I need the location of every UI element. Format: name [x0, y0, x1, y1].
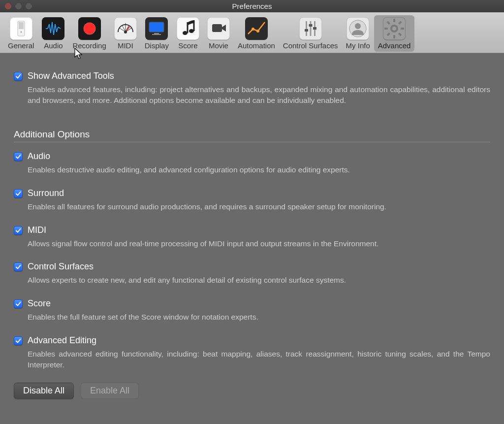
surround-checkbox[interactable]	[14, 189, 23, 198]
tab-label: Audio	[44, 41, 63, 50]
tab-label: Automation	[238, 41, 275, 50]
svg-rect-47	[387, 33, 391, 36]
svg-rect-24	[152, 34, 161, 35]
midi-icon	[114, 17, 137, 40]
option-surround: SurroundEnables all features for surroun…	[14, 188, 490, 212]
svg-point-30	[252, 28, 254, 31]
movie-icon	[207, 17, 230, 40]
audio-checkbox[interactable]	[14, 152, 23, 161]
option-title: Surround	[28, 188, 64, 198]
option-title: MIDI	[28, 225, 46, 235]
close-window-button[interactable]	[5, 3, 11, 9]
svg-rect-49	[398, 33, 402, 36]
control-surfaces-icon	[299, 17, 322, 40]
tab-general[interactable]: General	[4, 15, 38, 52]
svg-line-7	[52, 22, 54, 35]
tab-label: Advanced	[378, 41, 411, 50]
tab-movie[interactable]: Movie	[203, 15, 234, 52]
option-title: Audio	[28, 151, 50, 162]
option-description: Enables destructive audio editing, and a…	[28, 164, 490, 175]
tab-my-info[interactable]: My Info	[342, 15, 374, 52]
svg-point-2	[20, 32, 22, 33]
svg-rect-1	[19, 22, 24, 29]
tab-label: Display	[145, 41, 169, 50]
option-description: Enables advanced editing functionality, …	[28, 349, 490, 370]
svg-rect-21	[149, 22, 164, 32]
svg-rect-48	[387, 21, 391, 25]
option-title: Control Surfaces	[28, 261, 94, 272]
svg-point-41	[392, 27, 396, 31]
tab-score[interactable]: Score	[173, 15, 203, 52]
tab-label: Control Surfaces	[283, 41, 338, 50]
svg-line-8	[54, 24, 55, 35]
option-audio: AudioEnables destructive audio editing, …	[14, 151, 490, 175]
enable-all-button[interactable]: Enable All	[81, 383, 139, 399]
svg-rect-35	[305, 29, 308, 32]
recording-icon	[78, 17, 101, 40]
show-advanced-tools-option: Show Advanced Tools Enables advanced fea…	[14, 71, 490, 105]
tab-label: Score	[178, 41, 197, 50]
svg-rect-42	[393, 19, 395, 22]
tab-advanced[interactable]: Advanced	[374, 15, 415, 52]
svg-rect-37	[313, 27, 316, 30]
svg-rect-36	[309, 24, 312, 27]
svg-rect-29	[212, 24, 222, 32]
tab-label: Movie	[209, 41, 228, 50]
preferences-toolbar: General Audio Recording MIDI Display Sco…	[0, 12, 504, 53]
action-buttons: Disable All Enable All	[14, 383, 490, 399]
traffic-lights	[5, 3, 32, 9]
tab-control-surfaces[interactable]: Control Surfaces	[279, 15, 342, 52]
tab-recording[interactable]: Recording	[68, 15, 110, 52]
option-description: Allows experts to create new, and edit a…	[28, 275, 490, 286]
score-checkbox[interactable]	[14, 299, 23, 308]
svg-rect-43	[393, 35, 395, 38]
tab-label: MIDI	[118, 41, 133, 50]
score-icon	[177, 17, 199, 40]
content-area: Show Advanced Tools Enables advanced fea…	[0, 53, 504, 409]
option-title: Score	[28, 298, 51, 309]
svg-rect-23	[154, 33, 159, 34]
tab-display[interactable]: Display	[141, 15, 173, 52]
svg-line-6	[51, 22, 52, 33]
tab-label: My Info	[346, 41, 370, 50]
titlebar: Preferences	[0, 0, 504, 12]
option-description: Allows signal flow control and real-time…	[28, 238, 490, 249]
midi-checkbox[interactable]	[14, 226, 23, 235]
audio-icon	[42, 17, 64, 40]
svg-rect-33	[310, 21, 311, 36]
general-icon	[10, 17, 32, 40]
my-info-icon	[346, 17, 369, 40]
svg-point-39	[355, 23, 361, 29]
option-advanced-editing: Advanced EditingEnables advanced editing…	[14, 335, 490, 370]
tab-audio[interactable]: Audio	[38, 15, 68, 52]
option-description: Enables all features for surround audio …	[28, 201, 490, 212]
minimize-window-button[interactable]	[15, 3, 22, 9]
tab-label: General	[8, 41, 34, 50]
option-control-surfaces: Control SurfacesAllows experts to create…	[14, 261, 490, 286]
automation-icon	[245, 17, 268, 40]
svg-point-31	[256, 30, 259, 33]
window-title: Preferences	[0, 2, 504, 10]
svg-line-10	[57, 27, 58, 32]
svg-point-20	[124, 31, 127, 33]
svg-rect-46	[398, 21, 402, 25]
control-surfaces-checkbox[interactable]	[14, 262, 23, 271]
svg-rect-45	[401, 28, 404, 30]
svg-line-9	[55, 24, 57, 32]
option-midi: MIDIAllows signal flow control and real-…	[14, 225, 490, 249]
option-title: Advanced Editing	[28, 335, 96, 346]
svg-line-11	[58, 27, 61, 29]
advanced-icon	[383, 17, 406, 40]
advanced-editing-checkbox[interactable]	[14, 336, 23, 345]
tab-automation[interactable]: Automation	[234, 15, 279, 52]
zoom-window-button[interactable]	[26, 3, 32, 9]
option-description: Enables the full feature set of the Scor…	[28, 312, 490, 323]
option-description: Enables advanced features, including: pr…	[28, 84, 490, 105]
display-icon	[145, 17, 168, 40]
disable-all-button[interactable]: Disable All	[14, 383, 74, 399]
show-advanced-tools-checkbox[interactable]	[14, 72, 23, 81]
tab-midi[interactable]: MIDI	[110, 15, 141, 52]
svg-rect-44	[384, 28, 388, 30]
additional-options-header: Additional Options	[14, 129, 490, 142]
svg-rect-32	[306, 21, 307, 36]
